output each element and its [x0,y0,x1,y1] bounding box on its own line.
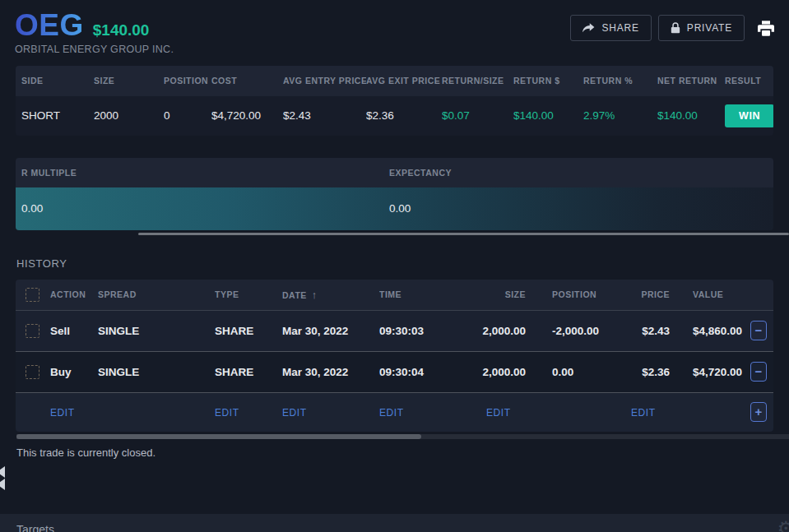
col-avg-exit-price: AVG EXIT PRICE [366,76,442,86]
row-checkbox[interactable] [26,324,39,338]
value-value: $4,720.00 [670,366,750,378]
print-icon[interactable] [758,21,774,36]
col-avg-entry-price: AVG ENTRY PRICE [283,76,366,86]
net-profit-value: $140.00 [93,21,150,39]
col-size: SIZE [94,76,164,86]
col-time: TIME [379,289,452,299]
col-hposition: POSITION [526,289,616,299]
scrollbar-thumb[interactable] [16,434,421,439]
expectancy-value: 0.00 [389,202,773,215]
add-execution-button[interactable]: + [750,402,767,422]
cost-value: $4,720.00 [211,109,283,122]
sort-ascending-icon[interactable]: ↑ [312,289,318,301]
metrics-row: 0.00 0.00 [16,187,773,230]
share-button[interactable]: SHARE [570,15,651,41]
date-value: Mar 30, 2022 [282,366,379,378]
col-value: VALUE [670,289,750,299]
share-button-label: SHARE [601,22,638,34]
edit-action-link[interactable]: EDIT [50,407,75,419]
remove-execution-button[interactable]: − [750,362,767,382]
position-value: -2,000.00 [526,325,616,337]
header-checkbox-cell [16,288,50,302]
share-icon [582,23,595,34]
select-all-checkbox[interactable] [26,288,39,302]
time-value: 09:30:03 [379,325,452,337]
col-return-size: RETURN/SIZE [442,76,513,86]
result-cell: WIN [725,104,773,127]
col-spread: SPREAD [98,289,215,299]
avg-entry-price-value: $2.43 [283,109,366,122]
top-horizontal-scrollbar[interactable] [138,233,789,235]
row-checkbox[interactable] [26,365,39,379]
col-position: POSITION [164,76,211,86]
history-table-header: ACTION SPREAD TYPE DATE↑ TIME SIZE POSIT… [16,280,773,310]
action-value: Sell [50,325,98,337]
spread-value: SINGLE [98,325,215,337]
edit-date-link[interactable]: EDIT [282,407,307,419]
return-dollars-value: $140.00 [513,109,583,122]
company-name: ORBITAL ENERGY GROUP INC. [15,44,174,55]
col-action: ACTION [50,289,98,299]
private-button-label: PRIVATE [687,22,732,34]
remove-execution-button[interactable]: − [750,321,767,340]
summary-row: SHORT 2000 0 $4,720.00 $2.43 $2.36 $0.07… [16,96,773,136]
edit-time-link[interactable]: EDIT [379,407,404,419]
return-percent-value: 2.97% [583,109,657,122]
col-side: SIDE [21,76,94,86]
edit-price-link[interactable]: EDIT [631,407,656,419]
row-actions-cell: − [750,362,773,382]
edit-type-link[interactable]: EDIT [215,407,239,419]
header-actions: SHARE PRIVATE [570,15,774,41]
position-value: 0 [164,109,211,122]
col-net-return: NET RETURN [657,76,725,86]
trade-detail-page: OEG $140.00 ORBITAL ENERGY GROUP INC. SH… [0,0,789,532]
col-date[interactable]: DATE↑ [282,289,379,301]
time-value: 09:30:04 [379,366,452,378]
history-row-buy: Buy SINGLE SHARE Mar 30, 2022 09:30:04 2… [16,351,773,392]
title-block: OEG $140.00 ORBITAL ENERGY GROUP INC. [15,10,174,55]
metrics-table: R MULTIPLE EXPECTANCY 0.00 0.00 [16,158,773,230]
history-table: ACTION SPREAD TYPE DATE↑ TIME SIZE POSIT… [16,280,773,432]
value-value: $4,860.00 [670,325,750,337]
col-cost: COST [211,76,283,86]
history-section-title: HISTORY [16,257,789,270]
price-value: $2.43 [616,325,670,337]
avg-exit-price-value: $2.36 [366,109,442,122]
ticker-symbol: OEG [15,10,84,42]
r-multiple-value: 0.00 [21,202,389,215]
type-value: SHARE [215,366,282,378]
col-return-dollars: RETURN $ [513,76,583,86]
metrics-table-header: R MULTIPLE EXPECTANCY [16,158,773,187]
position-value: 0.00 [526,366,616,378]
return-per-size-value: $0.07 [442,109,513,122]
size-value: 2,000.00 [452,325,526,337]
date-value: Mar 30, 2022 [282,325,379,337]
action-value: Buy [50,366,98,378]
history-horizontal-scrollbar[interactable] [16,434,789,439]
edit-size-link[interactable]: EDIT [486,407,511,419]
lock-icon [671,22,680,34]
result-badge: WIN [725,104,773,127]
summary-table: SIDE SIZE POSITION COST AVG ENTRY PRICE … [16,66,773,136]
private-button[interactable]: PRIVATE [658,15,745,41]
col-result: RESULT [725,76,773,86]
col-r-multiple: R MULTIPLE [21,168,389,178]
col-date-label: DATE [282,290,307,300]
panel-collapse-handle[interactable] [0,466,5,490]
targets-section-header[interactable]: Targets ⚙ [0,514,789,532]
net-return-value: $140.00 [657,109,725,122]
targets-section-title: Targets [16,523,54,532]
col-type: TYPE [215,289,282,299]
row-checkbox-cell [16,324,50,338]
side-value: SHORT [21,109,94,122]
size-value: 2000 [94,109,164,122]
size-value: 2,000.00 [452,366,526,378]
summary-table-header: SIDE SIZE POSITION COST AVG ENTRY PRICE … [16,66,773,96]
page-header: OEG $140.00 ORBITAL ENERGY GROUP INC. SH… [0,0,789,55]
row-checkbox-cell [16,365,50,379]
col-price: PRICE [616,289,670,299]
spread-value: SINGLE [98,366,215,378]
history-row-sell: Sell SINGLE SHARE Mar 30, 2022 09:30:03 … [16,310,773,351]
gear-icon[interactable]: ⚙ [777,517,789,532]
col-expectancy: EXPECTANCY [389,168,773,178]
